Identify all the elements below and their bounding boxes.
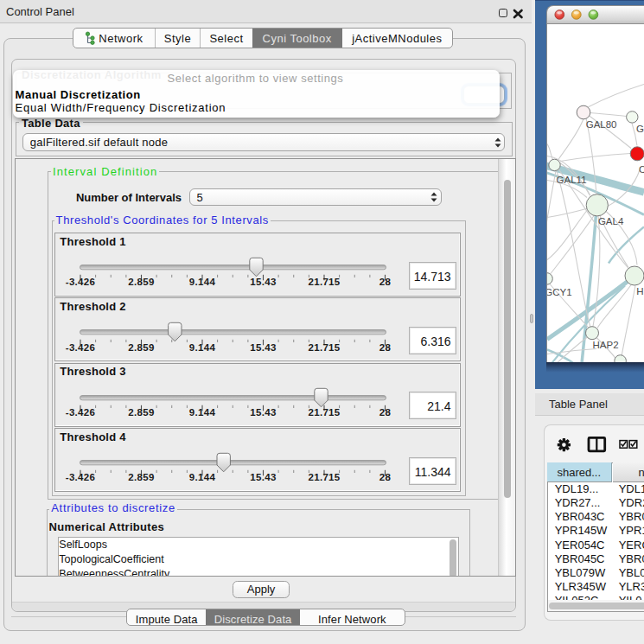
svg-text:G.: G. [636,124,644,134]
svg-text:C: C [639,164,644,175]
svg-text:HAP2: HAP2 [593,340,619,350]
svg-text:GAL4: GAL4 [598,216,624,226]
svg-text:GAL80: GAL80 [586,119,617,130]
svg-text:GCY1: GCY1 [547,287,572,297]
svg-text:GAL11: GAL11 [557,175,587,185]
svg-text:H: H [636,285,643,296]
